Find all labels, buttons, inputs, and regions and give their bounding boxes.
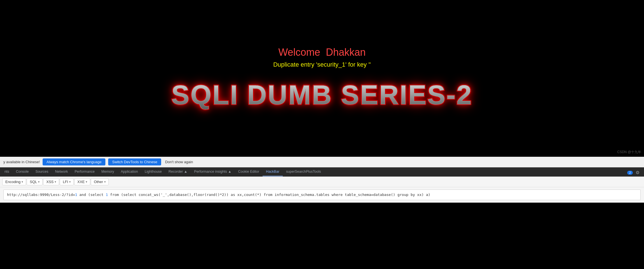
tab-console[interactable]: Console [13,167,32,176]
tab-sources[interactable]: Sources [32,167,52,176]
welcome-heading: Welcome Dhakkan [278,46,366,58]
dont-show-link[interactable]: Don't show again [165,160,193,164]
xxe-dropdown[interactable]: XXE ▾ [74,178,90,185]
xxe-arrow-icon: ▾ [86,180,87,183]
tab-cookie-editor[interactable]: Cookie Editor [235,167,263,176]
switch-devtools-button[interactable]: Switch DevTools to Chinese [108,158,161,165]
match-language-button[interactable]: Always match Chrome's language [43,158,105,165]
lfi-arrow-icon: ▾ [69,180,71,183]
username: Dhakkan [326,46,366,58]
tab-supersearch[interactable]: superSearchPlusTools [283,167,324,176]
notifications-badge[interactable]: 2 [627,171,633,175]
error-message: Duplicate entry 'security_1' for key '' [273,61,371,68]
tab-recorder[interactable]: Recorder ▲ [165,167,191,176]
tab-lighthouse[interactable]: Lighthouse [141,167,165,176]
url-input[interactable]: http://sqllabs:9990/Less-2/?id=1 and (se… [3,190,641,200]
xss-arrow-icon: ▾ [55,180,56,183]
page-title: SQLI DUMB SERIES-2 [172,79,473,110]
settings-icon[interactable]: ⚙ [634,169,641,176]
tab-application[interactable]: Application [117,167,141,176]
language-bar: y available in Chinese! Always match Chr… [0,157,644,167]
hackbar-toolbar: Encoding ▾ SQL ▾ XSS ▾ LFI ▾ XXE ▾ Other… [0,177,644,187]
sql-arrow-icon: ▾ [38,180,40,183]
language-bar-text: y available in Chinese! [3,160,40,164]
encoding-arrow-icon: ▾ [22,180,23,183]
webpage-area: Welcome Dhakkan Duplicate entry 'securit… [0,0,644,157]
tab-performance-insights[interactable]: Performance insights ▲ [191,167,235,176]
page-title-wrapper: SQLI DUMB SERIES-2 SQLI DUMB SERIES-2 [172,79,473,110]
hackbar-input-area: http://sqllabs:9990/Less-2/?id=1 and (se… [0,187,644,203]
devtools-right-controls: 2 ⚙ [627,169,643,176]
welcome-label: Welcome [278,46,320,58]
tab-performance[interactable]: Performance [71,167,98,176]
sql-dropdown[interactable]: SQL ▾ [27,178,43,185]
url-number-highlight: 1 [75,193,77,197]
xss-dropdown[interactable]: XSS ▾ [43,178,59,185]
other-dropdown[interactable]: Other ▾ [91,178,109,185]
encoding-dropdown[interactable]: Encoding ▾ [2,178,26,185]
devtools-tabs-bar: nts Console Sources Network Performance … [0,167,644,177]
tab-network[interactable]: Network [52,167,71,176]
url-select-highlight: 1 [106,193,108,197]
tab-hackbar[interactable]: HackBar [263,167,283,176]
tab-elements[interactable]: nts [1,167,13,176]
lfi-dropdown[interactable]: LFI ▾ [60,178,74,185]
tab-memory[interactable]: Memory [98,167,117,176]
other-arrow-icon: ▾ [104,180,106,183]
csdn-watermark: CSDN @十九年 [617,150,641,155]
